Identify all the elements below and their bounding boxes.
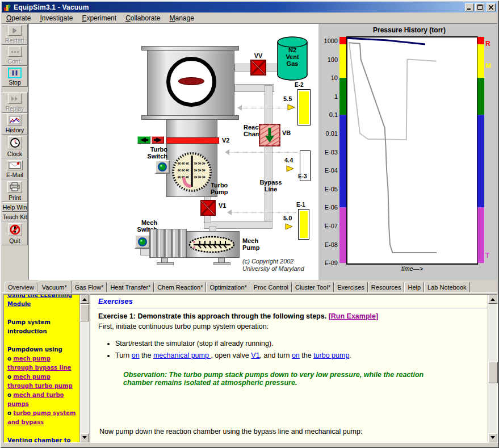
step-text: Turn (115, 351, 132, 359)
exercise-scrollbar[interactable] (488, 295, 497, 442)
clock-button[interactable]: Clock (2, 135, 28, 158)
exercise-scroll-thumb[interactable] (488, 362, 498, 383)
sidebar-scrollbar[interactable] (79, 295, 89, 442)
menu-investigate[interactable]: Investigate (35, 13, 77, 23)
help-win-button[interactable]: Help Win (2, 202, 28, 212)
inline-link-v1[interactable]: V1 (251, 351, 259, 359)
step-text: Start/restart the simulator (stop if alr… (115, 340, 274, 347)
menu-experiment[interactable]: Experiment (77, 13, 121, 23)
tab-gas-flow-[interactable]: Gas Flow* (72, 282, 107, 292)
inline-link-mechanical-pump[interactable]: mechanical pump (153, 351, 211, 359)
gauge-e-1 (298, 209, 309, 240)
close-button[interactable] (487, 3, 496, 11)
e3-indicator-arrow (222, 149, 229, 155)
fast-forward-icon (8, 94, 22, 104)
tab-resources[interactable]: Resources (368, 282, 405, 292)
sidebar-scroll-thumb[interactable] (80, 304, 89, 321)
restart-button[interactable]: Restart (2, 24, 28, 45)
sidebar-link-venting-chamber-to-atmosphere[interactable]: Venting chamber to atmosphere (7, 437, 70, 442)
vv-label: VV (250, 52, 266, 59)
v2-valve[interactable] (166, 137, 219, 144)
exercise-content: Exercises Exercise 1: Demonstrate this a… (90, 295, 488, 442)
svg-text:E-07: E-07 (325, 223, 338, 229)
inline-link-on[interactable]: on (292, 351, 300, 359)
exercise1-title: Exercise 1: Demonstrate this approach th… (98, 312, 326, 320)
e1-indicator-line (229, 212, 296, 213)
bottom-panel: Using the ELearning ModulePump system in… (2, 292, 497, 445)
tab-help[interactable]: Help (404, 282, 424, 292)
tab-proc-control[interactable]: Proc Control (250, 282, 292, 292)
toolbar-button-label: Print (2, 194, 27, 201)
run-example-link[interactable]: Run Example (331, 312, 376, 320)
toolbar-button-label: Teach Kit (2, 213, 27, 220)
sidebar-scroll-up-button[interactable] (80, 295, 89, 304)
inline-link-on[interactable]: on (132, 351, 140, 359)
tab-lab-notebook[interactable]: Lab Notebook (424, 282, 470, 292)
teach-kit-button[interactable]: Teach Kit (2, 212, 28, 221)
e-mail-button[interactable]: E-Mail (2, 158, 28, 179)
stop-button[interactable]: Stop (2, 66, 28, 87)
quit-button[interactable]: Quit (2, 221, 28, 245)
tab-vacuum-[interactable]: Vacuum* (37, 280, 72, 294)
exercise-scroll-up-button[interactable] (488, 295, 497, 304)
tab-overview[interactable]: Overview (5, 282, 37, 292)
tab-heat-transfer-[interactable]: Heat Transfer* (107, 282, 154, 292)
divider (97, 308, 488, 309)
svg-text:10: 10 (331, 74, 338, 81)
vacuum-diagram: Reaction Chamber VV N2 Vent Gas V2 Turbo… (28, 24, 318, 280)
maximize-button[interactable] (475, 3, 484, 11)
print-button[interactable]: Print (2, 179, 28, 202)
sidebar-link-mech-pump-through-turbo-pump[interactable]: mech pump through turbo pump (7, 374, 73, 389)
mech-switch-indicator[interactable] (135, 235, 150, 249)
sidebar-item: o turbo pump system and bypass (7, 409, 77, 427)
turbo-switch-indicator[interactable] (155, 160, 170, 174)
mech-pump-window (188, 236, 235, 253)
toolbar-button-label: Quit (2, 237, 27, 244)
history-button[interactable]: History (2, 113, 28, 135)
e2-indicator-arrow (234, 105, 242, 111)
replay-button[interactable]: Replay (2, 92, 28, 113)
menu-operate[interactable]: Operate (2, 13, 35, 23)
sidebar-link-mech-pump-through-bypass-line[interactable]: mech pump through bypass line (7, 355, 71, 371)
app-window: EquipSim3.1 - Vacuum OperateInvestigateE… (0, 0, 499, 448)
vv-valve[interactable] (250, 60, 266, 76)
sidebar-link-using-the-elearning-module[interactable]: Using the ELearning Module (7, 295, 72, 307)
step-text: , and turn (260, 351, 292, 359)
svg-text:E-06: E-06 (325, 204, 338, 211)
step-text: the (300, 351, 313, 359)
app-icon (3, 3, 11, 11)
sidebar-item: o mech pump through bypass line (7, 354, 77, 372)
exercise-scroll-down-button[interactable] (488, 433, 497, 442)
gauge-pointer-icon (285, 223, 293, 230)
menu-collaborate[interactable]: Collaborate (121, 13, 165, 23)
sidebar-scroll-down-button[interactable] (80, 433, 89, 442)
gauge-name-label: E-2 (295, 82, 312, 88)
list-bullet: o (7, 355, 13, 362)
sidebar-link-turbo-pump-system-and-bypass[interactable]: turbo pump system and bypass (7, 410, 76, 425)
sidebar-link-mech-and-turbo-pumps[interactable]: mech and turbo pumps (7, 392, 64, 407)
v2-close-button[interactable] (152, 136, 164, 144)
pump-foot-left-base (157, 262, 174, 265)
v2-open-button[interactable] (137, 136, 150, 144)
tab-cluster-tool-[interactable]: Cluster Tool* (292, 282, 334, 292)
vb-valve[interactable] (259, 124, 280, 146)
gauge-pointer-icon (286, 165, 294, 172)
tab-optimization-[interactable]: Optimization* (206, 282, 250, 292)
list-bullet: o (7, 374, 13, 380)
list-bullet: o (7, 410, 13, 416)
tab-chem-reaction-[interactable]: Chem Reaction* (154, 282, 206, 292)
inline-link-turbo-pump[interactable]: turbo pump (313, 351, 349, 359)
e3-indicator-line (227, 152, 298, 153)
v1-valve[interactable] (200, 200, 216, 216)
sidebar-links: Using the ELearning ModulePump system in… (4, 295, 79, 442)
menu-manage[interactable]: Manage (165, 13, 199, 23)
pressure-history-panel: Pressure History (torr) 10001001010.10.0… (318, 24, 497, 280)
cont--button[interactable]: Cont. (2, 45, 28, 66)
minimize-button[interactable] (465, 3, 474, 11)
cont-icon (8, 47, 22, 57)
wafer (178, 77, 204, 85)
tab-exercises[interactable]: Exercises (334, 282, 368, 292)
bypass-pipe-vertical (265, 85, 272, 229)
svg-text:E-08: E-08 (325, 241, 338, 248)
pause-icon (8, 68, 22, 78)
